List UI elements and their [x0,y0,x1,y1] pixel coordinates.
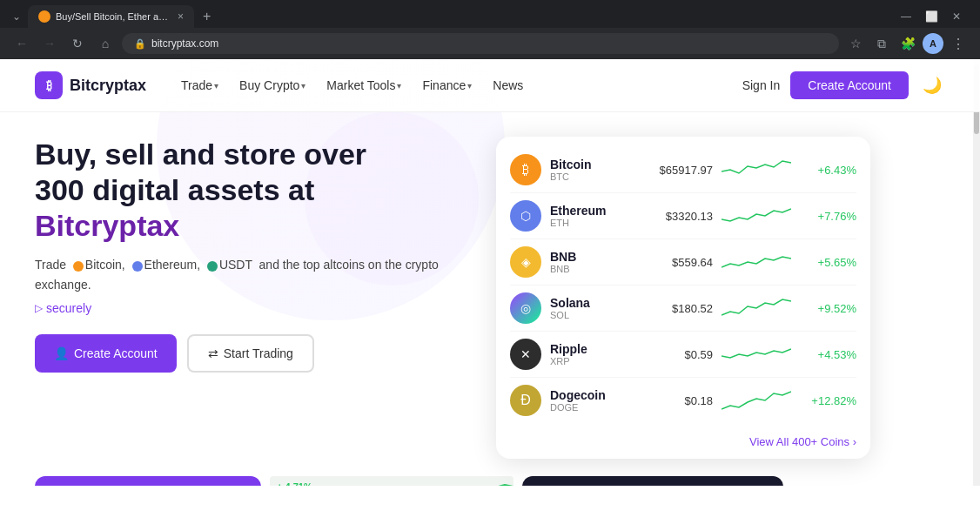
trade-dropdown-icon: ▾ [214,81,218,91]
finance-dropdown-icon: ▾ [467,81,472,91]
create-icon: 👤 [54,346,69,360]
security-card[interactable]: Security [522,476,783,486]
hero-title-line2: 300 digital assets at [35,173,314,206]
trade-btn-label: Start Trading [224,346,293,360]
sol-symbol: SOL [550,310,630,320]
browser-dropdown[interactable]: ⌄ [7,7,26,26]
forward-button[interactable]: → [38,32,61,55]
btc-coin-dot [73,261,84,272]
tab-close-icon[interactable]: × [178,10,184,23]
new-tab-button[interactable]: + [196,5,218,28]
nav-news[interactable]: News [493,78,523,92]
url-bar[interactable]: 🔒 bitcryptax.com [122,33,839,54]
bnb-icon: ◈ [510,246,541,278]
xrp-price: $0.59 [639,348,713,361]
coin-row-btc[interactable]: ₿ Bitcoin BTC $65917.97 +6.43% [510,147,856,193]
create-account-nav-button[interactable]: Create Account [790,71,909,99]
address-bar: ← → ↻ ⌂ 🔒 bitcryptax.com ☆ ⧉ 🧩 A ⋮ [0,28,980,59]
xrp-icon: ✕ [510,339,541,370]
nav-news-label: News [493,78,523,92]
xrp-info: Ripple XRP [550,342,630,366]
logo[interactable]: ₿ Bitcryptax [35,71,146,99]
hero-subtitle-trade: Trade [35,258,66,272]
hero-left: Buy, sell and store over 300 digital ass… [35,137,461,459]
extensions-button[interactable]: ⧉ [870,32,893,55]
bookmark-button[interactable]: ☆ [844,32,867,55]
browser-chrome: ⌄ Buy/Sell Bitcoin, Ether and Alts... × … [0,0,980,59]
btc-info: Bitcoin BTC [550,158,630,182]
page-content: ₿ Bitcryptax Trade ▾ Buy Crypto ▾ Market… [0,59,980,486]
hero-title: Buy, sell and store over 300 digital ass… [35,137,461,243]
securely-text: securely [46,301,91,315]
logo-text: Bitcryptax [70,77,146,95]
back-button[interactable]: ← [10,32,33,55]
xrp-change: +4.53% [800,348,856,361]
coin-row-eth[interactable]: ⬡ Ethereum ETH $3320.13 +7.76% [510,193,856,239]
nav-buy-crypto[interactable]: Buy Crypto ▾ [239,78,305,92]
create-account-hero-button[interactable]: 👤 Create Account [35,334,177,373]
doge-icon: Ð [510,385,541,416]
reload-button[interactable]: ↻ [66,32,89,55]
close-btn[interactable]: ✕ [947,9,966,24]
sol-name: Solana [550,296,630,310]
market-tools-dropdown-icon: ▾ [397,81,401,91]
tab-favicon [38,10,50,23]
btc-symbol: BTC [550,171,630,182]
eth-chart [722,200,791,232]
doge-info: Dogecoin DOGE [550,388,630,413]
tab-title: Buy/Sell Bitcoin, Ether and Alts... [56,11,169,22]
hero-title-accent: Bitcryptax [35,209,179,242]
name-card[interactable]: "Name" Card [35,476,261,486]
eth-symbol: ETH [550,218,630,228]
create-btn-label: Create Account [74,346,158,360]
doge-name: Dogecoin [550,388,630,402]
chart-preview [270,476,513,486]
nav-actions: Sign In Create Account 🌙 [742,71,945,99]
bnb-name: BNB [550,250,630,264]
xrp-chart [722,339,791,370]
eth-info: Ethereum ETH [550,204,630,228]
chart-card: + 4.71% [270,476,513,486]
nav-finance[interactable]: Finance ▾ [422,78,472,92]
xrp-symbol: XRP [550,356,630,366]
bnb-price: $559.64 [639,256,713,269]
nav-market-tools-label: Market Tools [326,78,395,92]
logo-icon: ₿ [35,71,63,99]
sol-chart [722,292,791,324]
extensions-btn2[interactable]: 🧩 [896,32,919,55]
nav-market-tools[interactable]: Market Tools ▾ [326,78,401,92]
btc-price: $65917.97 [639,164,713,177]
restore-btn[interactable]: ⬜ [920,9,943,24]
nav-trade[interactable]: Trade ▾ [181,78,218,92]
coin-row-sol[interactable]: ◎ Solana SOL $180.52 +9.52% [510,286,856,332]
home-button[interactable]: ⌂ [94,32,117,55]
btc-icon: ₿ [510,154,541,185]
btc-change: +6.43% [800,164,856,177]
bnb-chart [722,246,791,278]
coin-row-xrp[interactable]: ✕ Ripple XRP $0.59 +4.53% [510,332,856,378]
view-all-link[interactable]: View All 400+ Coins › [510,430,856,448]
minimize-btn[interactable]: — [896,9,916,24]
nav-trade-label: Trade [181,78,212,92]
hero-usdt-text: USDT [219,258,252,272]
coin-row-bnb[interactable]: ◈ BNB BNB $559.64 +5.65% [510,239,856,286]
doge-chart [722,385,791,416]
doge-symbol: DOGE [550,402,630,413]
sol-price: $180.52 [639,302,713,315]
hero-btc-text: Bitcoin, [85,258,125,272]
active-tab[interactable]: Buy/Sell Bitcoin, Ether and Alts... × [28,5,194,28]
start-trading-button[interactable]: ⇄ Start Trading [187,334,314,373]
eth-icon: ⬡ [510,200,541,232]
menu-button[interactable]: ⋮ [947,32,970,55]
url-text: bitcryptax.com [151,37,218,50]
lock-icon: 🔒 [134,38,146,50]
sign-in-button[interactable]: Sign In [742,78,781,92]
scrollbar-track [973,59,980,486]
coin-row-doge[interactable]: Ð Dogecoin DOGE $0.18 +12.82% [510,378,856,423]
theme-toggle-button[interactable]: 🌙 [919,72,945,98]
profile-avatar[interactable]: A [923,33,943,54]
bnb-info: BNB BNB [550,250,630,274]
coin-table: ₿ Bitcoin BTC $65917.97 +6.43% ⬡ Ethereu… [496,137,870,459]
securely-link[interactable]: ▷ securely [35,301,461,315]
btc-chart [722,154,791,185]
